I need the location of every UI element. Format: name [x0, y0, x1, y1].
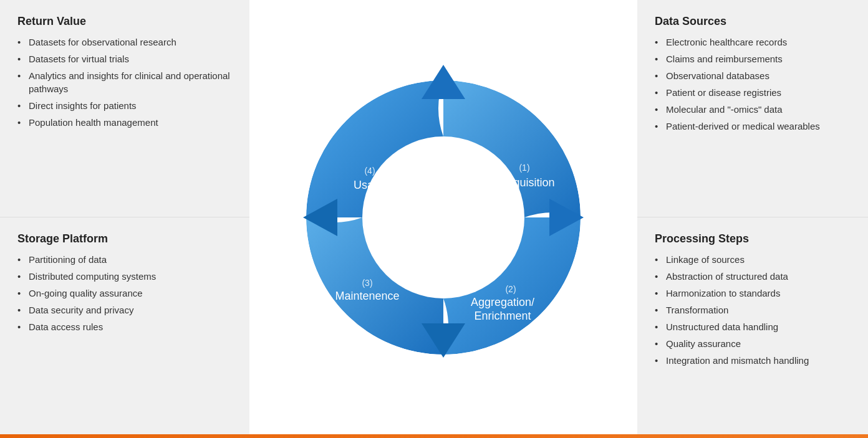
- list-item: Datasets for virtual trials: [17, 52, 232, 65]
- list-item: Distributed computing systems: [17, 270, 232, 283]
- list-item: Transformation: [655, 303, 851, 317]
- label-usage-number: (4): [364, 166, 375, 176]
- label-aggregation-line1: Aggregation/: [471, 296, 534, 308]
- list-item: Data access rules: [17, 320, 232, 333]
- list-item: Linkage of sources: [655, 253, 851, 266]
- content-area: Return Value Datasets for observational …: [0, 0, 868, 434]
- processing-steps-panel: Processing Steps Linkage of sourcesAbstr…: [637, 217, 868, 434]
- list-item: Electronic healthcare records: [655, 36, 851, 49]
- label-aggregation-line2: Enrichment: [474, 310, 531, 322]
- list-item: Analytics and insights for clinical and …: [17, 69, 232, 95]
- list-item: Population health management: [17, 116, 232, 129]
- list-item: Quality assurance: [655, 337, 851, 350]
- inner-circle: [364, 138, 523, 297]
- list-item: Partitioning of data: [17, 253, 232, 266]
- label-aggregation-number: (2): [505, 284, 516, 294]
- main-container: Return Value Datasets for observational …: [0, 0, 868, 438]
- data-sources-title: Data Sources: [655, 15, 851, 28]
- label-acquisition-number: (1): [519, 163, 529, 173]
- left-panels: Return Value Datasets for observational …: [0, 0, 249, 434]
- center-diagram: (1) Acquisition (2) Aggregation/ Enrichm…: [249, 0, 637, 434]
- return-value-list: Datasets for observational researchDatas…: [17, 36, 232, 129]
- list-item: Claims and reimbursements: [655, 52, 851, 65]
- return-value-title: Return Value: [17, 15, 232, 28]
- storage-platform-list: Partitioning of dataDistributed computin…: [17, 253, 232, 333]
- list-item: Patient-derived or medical wearables: [655, 120, 851, 133]
- processing-steps-title: Processing Steps: [655, 232, 851, 245]
- data-sources-list: Electronic healthcare recordsClaims and …: [655, 36, 851, 133]
- cycle-diagram: (1) Acquisition (2) Aggregation/ Enrichm…: [281, 55, 605, 379]
- list-item: Observational databases: [655, 69, 851, 82]
- list-item: Patient or disease registries: [655, 86, 851, 99]
- processing-steps-list: Linkage of sourcesAbstraction of structu…: [655, 253, 851, 367]
- list-item: Direct insights for patients: [17, 99, 232, 112]
- list-item: On-going quality assurance: [17, 287, 232, 300]
- bottom-line: [0, 434, 868, 438]
- list-item: Unstructured data handling: [655, 320, 851, 333]
- label-maintenance: Maintenence: [335, 290, 399, 302]
- list-item: Abstraction of structured data: [655, 270, 851, 283]
- label-maintenance-number: (3): [362, 278, 372, 288]
- storage-platform-panel: Storage Platform Partitioning of dataDis…: [0, 217, 249, 434]
- list-item: Molecular and "-omics" data: [655, 103, 851, 116]
- label-acquisition: Acquisition: [500, 176, 554, 189]
- list-item: Harmonization to standards: [655, 287, 851, 300]
- list-item: Integration and mismatch handling: [655, 354, 851, 367]
- label-usage: Usage: [354, 179, 386, 191]
- return-value-panel: Return Value Datasets for observational …: [0, 0, 249, 217]
- list-item: Data security and privacy: [17, 303, 232, 317]
- list-item: Datasets for observational research: [17, 36, 232, 49]
- data-sources-panel: Data Sources Electronic healthcare recor…: [637, 0, 868, 217]
- storage-platform-title: Storage Platform: [17, 232, 232, 245]
- right-panels: Data Sources Electronic healthcare recor…: [637, 0, 868, 434]
